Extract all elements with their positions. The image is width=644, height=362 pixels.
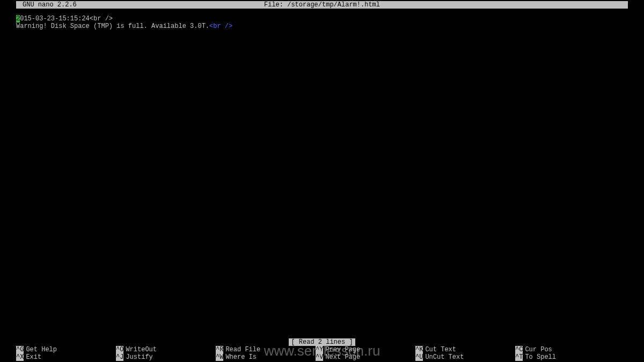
line1-text: 015-03-23-15:15:24<br /> bbox=[20, 15, 113, 23]
shortcut-exit[interactable]: ^XExit bbox=[16, 353, 41, 361]
shortcut-row-2: ^XExit ^JJustify ^WWhere Is ^VNext Page … bbox=[16, 353, 628, 361]
status-bar: [ Read 2 lines ] bbox=[0, 338, 644, 346]
shortcut-get-help[interactable]: ^GGet Help bbox=[16, 346, 57, 353]
shortcut-justify[interactable]: ^JJustify bbox=[116, 353, 153, 361]
shortcut-writeout[interactable]: ^OWriteOut bbox=[116, 346, 157, 353]
title-bar: GNU nano 2.2.6 File: /storage/tmp/Alarm!… bbox=[16, 1, 628, 9]
app-name: GNU nano 2.2.6 bbox=[23, 1, 77, 9]
shortcut-next-page[interactable]: ^VNext Page bbox=[316, 353, 360, 361]
line2-text: Warning! Disk Space (TMP) is full. Avail… bbox=[16, 23, 209, 30]
shortcut-uncut-text[interactable]: ^UUnCut Text bbox=[415, 353, 464, 361]
shortcut-read-file[interactable]: ^RRead File bbox=[216, 346, 260, 353]
line2-tag: <br /> bbox=[209, 23, 232, 30]
status-message: [ Read 2 lines ] bbox=[289, 338, 355, 346]
shortcut-row-1: ^GGet Help ^OWriteOut ^RRead File ^YPrev… bbox=[16, 346, 628, 353]
shortcut-cur-pos[interactable]: ^CCur Pos bbox=[515, 346, 552, 353]
file-path: File: /storage/tmp/Alarm!.html bbox=[264, 1, 380, 9]
editor-content[interactable]: 2015-03-23-15:15:24<br /> Warning! Disk … bbox=[0, 9, 644, 30]
shortcut-bar: ^GGet Help ^OWriteOut ^RRead File ^YPrev… bbox=[16, 346, 628, 361]
shortcut-cut-text[interactable]: ^KCut Text bbox=[415, 346, 456, 353]
shortcut-where-is[interactable]: ^WWhere Is bbox=[216, 353, 257, 361]
shortcut-to-spell[interactable]: ^TTo Spell bbox=[515, 353, 556, 361]
shortcut-prev-page[interactable]: ^YPrev Page bbox=[316, 346, 360, 353]
